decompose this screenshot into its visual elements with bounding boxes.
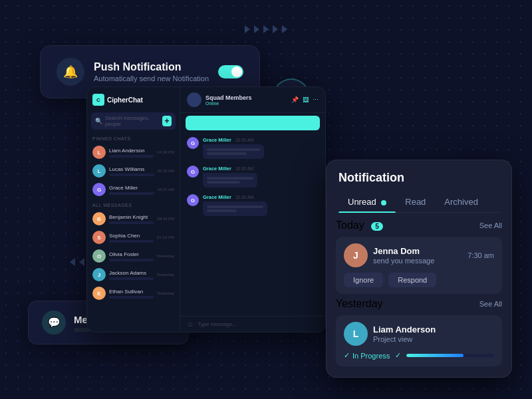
chat-header-status: Online xyxy=(205,101,252,106)
chat-search-bar[interactable]: 🔍 Search messages, people + xyxy=(91,112,176,130)
chat-main-area: Squad Members Online 📌 🖼 ⋯ G Grace Mille… xyxy=(180,87,325,332)
squad-header-avatar xyxy=(187,92,201,107)
chat-sidebar: C CipherChat 🔍 Search messages, people +… xyxy=(87,87,180,332)
chat-item-name: Lucas Williams xyxy=(109,166,154,172)
chat-item-info: Liam Anderson xyxy=(109,148,154,158)
chat-item-time: 04:30 PM xyxy=(157,150,174,154)
avatar: L xyxy=(92,164,106,178)
message-sender: Grace Miller xyxy=(203,166,231,172)
list-item[interactable]: L Lucas Williams 02:30 AM xyxy=(87,162,180,180)
notification-actions: Ignore Respond xyxy=(344,273,494,287)
message-body: Grace Miller 10:30 AM xyxy=(203,194,267,216)
image-icon[interactable]: 🖼 xyxy=(303,96,309,103)
new-chat-button[interactable]: + xyxy=(162,116,172,126)
chat-message: G Grace Miller 10:30 AM xyxy=(187,166,319,188)
notification-body: Today 5 See All J Jenna Dom send you mes… xyxy=(327,213,511,377)
notification-item-header: J Jenna Dom send you message 7:30 am xyxy=(344,243,494,267)
chat-header-info: Squad Members Online xyxy=(205,94,252,106)
archived-tab-label: Archived xyxy=(444,197,478,207)
chat-item-preview xyxy=(109,240,154,243)
yesterday-label: Yesterday xyxy=(336,298,383,310)
chat-item-name: Grace Miller xyxy=(109,185,154,191)
avatar: S xyxy=(92,231,106,244)
list-item[interactable]: O Olivia Foster Yesterday xyxy=(87,247,180,265)
chat-item-time: Yesterday xyxy=(157,291,174,295)
pinned-chats-label: PINNED CHATS xyxy=(87,132,180,143)
message-text xyxy=(207,209,237,212)
push-notification-subtitle: Automatically send new Notification xyxy=(94,74,209,82)
message-body: Grace Miller 10:30 AM xyxy=(203,166,257,188)
avatar: O xyxy=(92,249,106,263)
list-item[interactable]: S Sophia Chen 07:12 PM xyxy=(87,228,180,247)
check-circle-icon: ✓ xyxy=(344,351,350,360)
bell-icon: 🔔 xyxy=(57,58,84,86)
chat-input-area[interactable]: ☺ Type message... xyxy=(180,316,325,332)
search-placeholder: Search messages, people xyxy=(105,115,160,127)
chat-message: G Grace Miller 10:30 AM xyxy=(187,137,319,159)
ignore-button[interactable]: Ignore xyxy=(344,273,383,287)
avatar: G xyxy=(187,137,199,149)
chat-item-info: Olivia Foster xyxy=(109,251,154,261)
respond-button[interactable]: Respond xyxy=(388,273,436,287)
notification-item-name: Jenna Dom xyxy=(373,246,462,256)
today-badge: 5 xyxy=(371,222,383,231)
notification-item-sub: Project view xyxy=(373,335,494,343)
chat-item-preview xyxy=(109,221,154,224)
message-bubble xyxy=(203,144,264,159)
today-see-all[interactable]: See All xyxy=(479,221,502,229)
tab-read[interactable]: Read xyxy=(396,192,435,212)
tab-archived[interactable]: Archived xyxy=(435,192,487,212)
avatar: G xyxy=(187,194,199,206)
chat-item-name: Benjamin Knight xyxy=(109,214,154,220)
list-item[interactable]: L Liam Anderson 04:30 PM xyxy=(87,143,180,162)
chat-item-info: Benjamin Knight xyxy=(109,214,154,224)
today-section-header: Today 5 See All xyxy=(336,219,502,231)
push-notification-toggle[interactable] xyxy=(218,65,243,78)
tab-unread[interactable]: Unread xyxy=(338,192,396,212)
message-text xyxy=(207,205,263,208)
notification-item-jenna: J Jenna Dom send you message 7:30 am Ign… xyxy=(336,237,502,294)
search-icon: 🔍 xyxy=(95,118,102,124)
avatar: E xyxy=(92,287,106,300)
emoji-icon: ☺ xyxy=(187,321,194,328)
chat-item-info: Sophia Chen xyxy=(109,233,154,243)
chat-input-placeholder: Type message... xyxy=(198,321,237,327)
today-label: Today 5 xyxy=(336,219,383,231)
chat-message: G Grace Miller 10:30 AM xyxy=(187,194,319,216)
more-icon[interactable]: ⋯ xyxy=(313,96,319,103)
unread-indicator xyxy=(381,200,386,205)
in-progress-text: In Progress xyxy=(352,352,390,360)
chat-header-title: Squad Members xyxy=(205,94,252,101)
list-item[interactable]: B Benjamin Knight 08:43 PM xyxy=(87,209,180,228)
avatar: G xyxy=(187,166,199,178)
notification-header: Notification Unread Read Archived xyxy=(327,160,511,213)
message-text xyxy=(207,181,240,184)
chat-item-time: 02:30 AM xyxy=(158,169,174,173)
pin-icon[interactable]: 📌 xyxy=(291,96,299,103)
progress-row: ✓ In Progress ✓ xyxy=(344,351,494,360)
avatar: L xyxy=(344,322,368,346)
notification-item-sub: send you message xyxy=(373,257,462,265)
message-bubble xyxy=(203,173,257,188)
chat-item-time: Yesterday xyxy=(157,254,174,258)
chat-item-name: Olivia Foster xyxy=(109,251,154,257)
list-item[interactable]: E Ethan Sullivan Yesterday xyxy=(87,284,180,303)
chat-item-info: Grace Miller xyxy=(109,185,154,195)
chat-item-time: 08:43 PM xyxy=(157,217,174,221)
chat-window: C CipherChat 🔍 Search messages, people +… xyxy=(86,86,326,332)
notification-panel: Notification Unread Read Archived Today … xyxy=(326,160,512,378)
chat-item-info: Lucas Williams xyxy=(109,166,154,176)
message-bubble xyxy=(203,201,267,216)
chat-item-name: Liam Anderson xyxy=(109,148,154,154)
chat-messages: G Grace Miller 10:30 AM G Grace Mi xyxy=(180,133,325,316)
chat-item-preview xyxy=(109,155,154,158)
avatar: J xyxy=(92,268,106,281)
message-time: 10:30 AM xyxy=(235,166,253,171)
list-item[interactable]: G Grace Miller 10:21 AM xyxy=(87,180,180,199)
list-item[interactable]: J Jackson Adams Yesterday xyxy=(87,265,180,284)
chat-item-name: Sophia Chen xyxy=(109,233,154,239)
chat-item-name: Ethan Sullivan xyxy=(109,289,154,295)
notification-item-header: L Liam Anderson Project view xyxy=(344,322,494,346)
yesterday-see-all[interactable]: See All xyxy=(479,300,502,308)
message-body: Grace Miller 10:30 AM xyxy=(203,137,264,159)
